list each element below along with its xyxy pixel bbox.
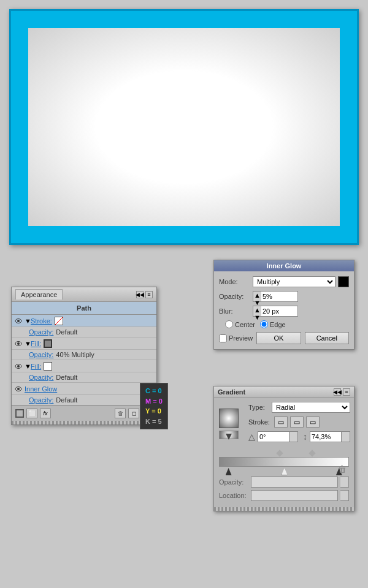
stroke-expand-icon[interactable]: ▼	[25, 318, 29, 323]
fill2-opacity-label[interactable]: Opacity:	[29, 374, 53, 381]
blur-spinner[interactable]: ▲▼	[253, 306, 261, 317]
panel-collapse-btn[interactable]: ◀◀	[136, 291, 144, 298]
delete-icon[interactable]: 🗑	[115, 409, 126, 418]
ok-button[interactable]: OK	[256, 332, 301, 344]
gradient-collapse-btn[interactable]: ◀◀	[334, 388, 341, 396]
angle-spinner[interactable]	[289, 431, 298, 442]
preview-checkbox-label[interactable]: Preview	[219, 334, 253, 342]
center-radio[interactable]	[225, 320, 233, 328]
gradient-stop-2[interactable]	[282, 468, 288, 475]
glow-color-swatch[interactable]	[338, 276, 349, 287]
opacity-spinner-up[interactable]: ▲▼	[253, 291, 261, 302]
stroke-opacity-value: Default	[56, 328, 77, 336]
cancel-button[interactable]: Cancel	[305, 332, 349, 344]
inner-glow-dialog: Inner Glow Mode: Multiply Opacity: ▲▼ Bl…	[213, 260, 355, 350]
preview-checkbox[interactable]	[219, 334, 227, 342]
gradient-diamond-2[interactable]	[309, 450, 316, 456]
gradient-body: Type: Radial Stroke: ▭ ▭ ▭ △	[214, 398, 354, 507]
gradient-panel: Gradient ◀◀ ≡ Type: Radial	[213, 386, 355, 511]
new-item-icon[interactable]	[15, 409, 24, 418]
fill1-opacity-label[interactable]: Opacity:	[29, 351, 53, 358]
stroke-btn-3[interactable]: ▭	[306, 417, 320, 428]
svg-point-5	[17, 365, 20, 368]
fill2-label[interactable]: Fill:	[31, 363, 41, 370]
opacity-bottom-row: Opacity:	[219, 477, 349, 488]
stroke-eye-icon[interactable]	[14, 317, 23, 325]
canvas-content	[28, 28, 340, 226]
opacity-bottom-spinner[interactable]	[340, 477, 349, 488]
scroll-grip[interactable]	[12, 421, 156, 424]
blur-input[interactable]	[261, 306, 298, 317]
fill1-row[interactable]: ▼ Fill:	[12, 337, 156, 350]
gradient-diamond-1[interactable]	[277, 450, 283, 456]
angle-row: △ ↕	[248, 431, 350, 442]
fill1-eye-icon[interactable]	[14, 339, 23, 348]
duplicate-icon[interactable]: ⬜	[26, 409, 37, 418]
gradient-preview[interactable]	[219, 409, 239, 428]
clear-icon[interactable]: ◻	[128, 409, 139, 418]
gradient-title: Gradient	[218, 388, 245, 396]
fill1-expand-icon[interactable]: ▼	[25, 341, 29, 346]
inner-glow-titlebar: Inner Glow	[214, 260, 354, 271]
inner-glow-row[interactable]: Inner Glow fx	[12, 383, 156, 395]
angle-input[interactable]	[258, 431, 289, 442]
inner-glow-body: Mode: Multiply Opacity: ▲▼ Blur: ▲▼	[214, 271, 354, 349]
fill2-row[interactable]: ▼ Fill:	[12, 360, 156, 372]
innerglow-opacity-label[interactable]: Opacity:	[29, 396, 53, 404]
fill2-opacity-row: Opacity: Default	[12, 372, 156, 383]
appearance-footer: ⬜ fx 🗑 ◻ …	[12, 405, 156, 421]
mode-select[interactable]: Multiply	[253, 276, 335, 287]
stroke-btn-2[interactable]: ▭	[290, 417, 304, 428]
appearance-titlebar: Appearance ◀◀ ≡	[12, 287, 156, 302]
edge-radio-label[interactable]: Edge	[260, 320, 286, 328]
panel-controls: ◀◀ ≡	[136, 291, 153, 298]
stroke-btn-1[interactable]: ▭	[274, 417, 288, 428]
stroke-label: Stroke:	[248, 418, 272, 426]
cmyk-c-value: C = 0	[145, 387, 162, 394]
gradient-menu-btn[interactable]: ≡	[343, 388, 350, 396]
center-edge-row: Center Edge	[219, 320, 349, 328]
stroke-opacity-label[interactable]: Opacity:	[29, 328, 53, 336]
blur-row: Blur: ▲▼	[219, 306, 349, 317]
stroke-row[interactable]: ▼ Stroke:	[12, 315, 156, 327]
type-select[interactable]: Radial	[272, 402, 350, 413]
fill1-swatch[interactable]	[44, 339, 52, 348]
ig-opacity-label: Opacity:	[219, 293, 253, 300]
cmyk-m-value: M = 0	[145, 398, 163, 405]
canvas-frame	[9, 9, 359, 245]
delete-stop-btn[interactable]: 🗑	[338, 464, 347, 474]
path-header: Path	[12, 302, 156, 315]
fill2-eye-icon[interactable]	[14, 362, 23, 371]
gradient-stop-1[interactable]	[226, 468, 232, 475]
fill2-swatch[interactable]	[44, 362, 52, 371]
cmyk-k-value: K = 5	[145, 418, 162, 425]
center-radio-label[interactable]: Center	[225, 320, 255, 328]
location-input[interactable]	[251, 490, 338, 501]
fill2-expand-icon[interactable]: ▼	[25, 364, 29, 369]
fill1-label[interactable]: Fill:	[31, 340, 41, 347]
ig-button-row: Preview OK Cancel	[219, 332, 349, 344]
fx-footer-icon[interactable]: fx	[40, 409, 51, 418]
opacity-bottom-input[interactable]	[251, 477, 338, 488]
appearance-tab[interactable]: Appearance	[15, 289, 63, 300]
type-row: Type: Radial Stroke: ▭ ▭ ▭ △	[219, 402, 349, 446]
stroke-opacity-row: Opacity: Default	[12, 327, 156, 337]
edge-radio[interactable]	[260, 320, 268, 328]
scale-spinner[interactable]	[342, 431, 350, 442]
innerglow-opacity-row: Opacity: Default	[12, 395, 156, 405]
svg-point-3	[17, 342, 20, 345]
gradient-track[interactable]	[219, 457, 349, 467]
innerglow-opacity-value: Default	[56, 396, 77, 404]
panel-menu-btn[interactable]: ≡	[145, 291, 153, 298]
fill1-opacity-value: 40% Multiply	[56, 351, 94, 358]
inner-glow-eye-icon[interactable]	[14, 385, 23, 393]
opacity-input[interactable]	[261, 291, 298, 302]
gradient-titlebar: Gradient ◀◀ ≡	[214, 386, 354, 398]
location-spinner[interactable]	[340, 490, 349, 501]
scale-input[interactable]	[310, 431, 342, 442]
stroke-label[interactable]: Stroke:	[31, 317, 52, 325]
stroke-swatch[interactable]	[55, 317, 63, 325]
inner-glow-label[interactable]: Inner Glow	[25, 385, 57, 393]
ig-opacity-row: Opacity: ▲▼	[219, 291, 349, 302]
gradient-scroll-grip[interactable]	[214, 507, 354, 511]
